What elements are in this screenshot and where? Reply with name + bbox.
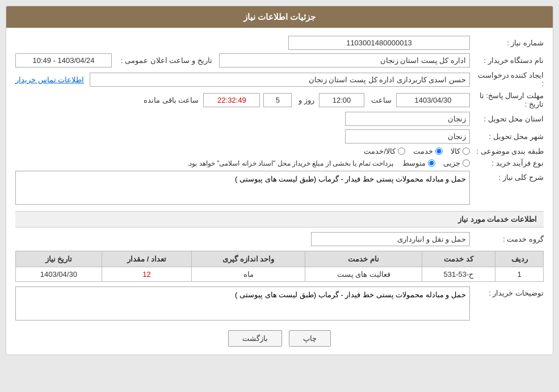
service-group-label: گروه خدمت : <box>470 235 544 243</box>
category-option-kala[interactable]: کالا <box>451 147 470 155</box>
purchase-type-note: پرداخت تمام یا بخشی از مبلغ خریداز محل "… <box>187 159 393 167</box>
deadline-date: 1403/04/30 <box>396 93 470 107</box>
col-header-code: کد خدمت <box>422 251 495 267</box>
button-bar: چاپ بازگشت <box>15 330 544 347</box>
deadline-time-label: ساعت <box>371 96 392 104</box>
print-button[interactable]: چاپ <box>289 330 331 347</box>
purchase-type-radio-group: جزیی متوسط <box>402 159 470 167</box>
announce-date-value: 1403/04/24 - 10:49 <box>15 53 112 68</box>
col-header-name: نام خدمت <box>305 251 422 267</box>
need-number-value: 1103001480000013 <box>288 36 470 50</box>
category-option-kala-khadamat[interactable]: کالا/خدمت <box>364 147 405 155</box>
deadline-days: 5 <box>263 93 292 107</box>
announce-date-label: تاریخ و ساعت اعلان عمومی : <box>121 56 212 65</box>
creator-label: ایجاد کننده درخواست : <box>470 71 544 88</box>
purchase-type-label: نوع فرآیند خرید : <box>470 159 544 167</box>
org-name-value: اداره کل پست استان زنجان <box>219 53 470 68</box>
province-label: استان محل تحویل : <box>470 115 544 123</box>
category-label: طبقه بندی موضوعی : <box>470 147 544 155</box>
col-header-row: ردیف <box>495 251 544 267</box>
purchase-type-jozi[interactable]: جزیی <box>443 159 470 167</box>
col-header-quantity: تعداد / مقدار <box>102 251 192 267</box>
category-radio-group: کالا خدمت کالا/خدمت <box>15 147 470 155</box>
need-description-label: شرح کلی نیاز : <box>470 171 544 182</box>
org-name-label: نام دستگاه خریدار : <box>470 56 544 65</box>
deadline-remaining: 22:32:49 <box>203 93 260 107</box>
deadline-days-label: روز و <box>299 96 314 104</box>
page-title: جزئیات اطلاعات نیاز <box>6 6 553 28</box>
back-button[interactable]: بازگشت <box>228 330 282 347</box>
purchase-type-motavasset[interactable]: متوسط <box>402 159 435 167</box>
deadline-time: 12:00 <box>319 93 364 107</box>
table-row: 1ح-53-531فعالیت های پستماه121403/04/30 <box>16 267 544 282</box>
deadline-remaining-label: ساعت باقی مانده <box>144 96 199 104</box>
province-value: زنجان <box>345 112 470 126</box>
buyer-notes-label: توضیحات خریدار : <box>470 286 544 297</box>
col-header-date: تاریخ نیاز <box>16 251 102 267</box>
need-number-label: شماره نیاز : <box>470 39 544 47</box>
services-table: ردیف کد خدمت نام خدمت واحد اندازه گیری ت… <box>15 251 544 282</box>
buyer-notes-textarea[interactable]: حمل و مبادله محمولات پستی خط فیدار - گرم… <box>15 286 470 321</box>
contact-link[interactable]: اطلاعات تماس خریدار <box>15 75 84 84</box>
service-group-value: حمل و نقل و انبارداری <box>311 232 470 246</box>
city-label: شهر محل تحویل : <box>470 132 544 141</box>
col-header-unit: واحد اندازه گیری <box>192 251 305 267</box>
category-option-khadamat[interactable]: خدمت <box>413 147 443 155</box>
need-description-textarea[interactable]: حمل و مبادله محمولات پستی خط فیدار - گرم… <box>15 171 470 205</box>
city-value: زنجان <box>345 129 470 144</box>
creator-value: حسن اسدی کاربردازی اداره کل پست استان زن… <box>90 73 470 87</box>
services-section-title: اطلاعات خدمات مورد نیاز <box>15 211 544 227</box>
deadline-label: مهلت ارسال پاسخ: تا تاریخ : <box>470 91 544 108</box>
